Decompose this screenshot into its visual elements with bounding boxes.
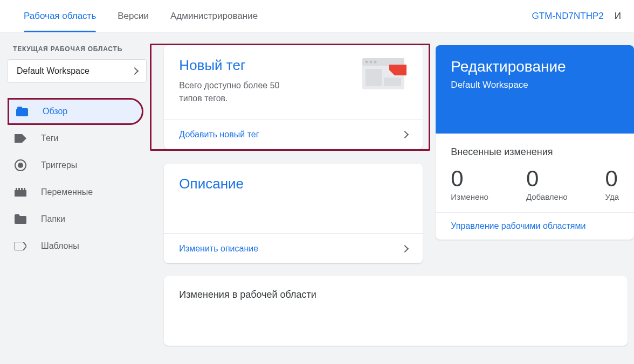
svg-rect-4 <box>16 188 17 190</box>
overview-icon <box>16 105 29 118</box>
nav-overview[interactable]: Обзор <box>8 98 143 125</box>
edit-description-label: Изменить описание <box>179 244 258 254</box>
svg-rect-7 <box>24 188 25 190</box>
tag-illustration <box>359 55 408 93</box>
new-tag-card: Новый тег Всего доступно более 50 типов … <box>164 45 423 149</box>
svg-point-2 <box>18 163 23 168</box>
new-tag-subtitle: Всего доступно более 50 типов тегов. <box>179 79 298 105</box>
svg-rect-6 <box>21 188 23 190</box>
workspace-name: Default Workspace <box>17 66 89 76</box>
stat-added-label: Добавлено <box>526 192 568 201</box>
tab-admin[interactable]: Администрирование <box>160 0 268 32</box>
changes-title: Внесенные изменения <box>451 146 619 158</box>
editing-card: Редактирование Default Workspace <box>436 45 634 134</box>
svg-rect-14 <box>384 78 401 86</box>
description-card: Описание Изменить описание <box>164 164 423 263</box>
tab-versions[interactable]: Версии <box>107 0 160 32</box>
stat-deleted-label: Уда <box>605 192 619 201</box>
stat-changed-value: 0 <box>451 167 488 190</box>
svg-rect-3 <box>15 190 26 197</box>
description-title: Описание <box>179 176 408 192</box>
nav-folders[interactable]: Папки <box>8 206 143 233</box>
nav-variables-label: Переменные <box>41 187 93 197</box>
container-id-link[interactable]: GTM-ND7NTHP2 <box>532 11 604 22</box>
edit-description-button[interactable]: Изменить описание <box>164 233 423 263</box>
stat-changed-label: Изменено <box>451 192 488 201</box>
workspace-selector[interactable]: Default Workspace <box>8 59 147 83</box>
editing-subtitle: Default Workspace <box>451 80 619 90</box>
svg-point-10 <box>366 61 368 64</box>
editing-title: Редактирование <box>451 58 619 75</box>
nav-tags-label: Теги <box>41 134 59 143</box>
svg-point-12 <box>374 61 377 64</box>
nav-templates-label: Шаблоны <box>41 241 79 251</box>
chevron-right-icon <box>131 67 139 75</box>
nav-tags[interactable]: Теги <box>8 125 143 152</box>
nav-triggers-label: Триггеры <box>41 160 77 170</box>
stat-added: 0 Добавлено <box>526 167 568 201</box>
nav-variables[interactable]: Переменные <box>8 179 143 206</box>
svg-point-11 <box>370 61 373 64</box>
stat-deleted: 0 Уда <box>605 167 619 201</box>
nav-triggers[interactable]: Триггеры <box>8 152 143 179</box>
chevron-right-icon <box>401 130 409 138</box>
workspace-label: ТЕКУЩАЯ РАБОЧАЯ ОБЛАСТЬ <box>8 45 153 53</box>
tab-workspace[interactable]: Рабочая область <box>13 0 107 32</box>
sidebar: ТЕКУЩАЯ РАБОЧАЯ ОБЛАСТЬ Default Workspac… <box>0 32 153 359</box>
trigger-icon <box>14 159 27 172</box>
truncated-menu: И <box>615 11 621 22</box>
add-new-tag-label: Добавить новый тег <box>179 130 259 139</box>
highlighted-new-tag-area: Новый тег Всего доступно более 50 типов … <box>150 44 430 151</box>
add-new-tag-button[interactable]: Добавить новый тег <box>164 119 423 149</box>
nav-templates[interactable]: Шаблоны <box>8 233 143 260</box>
changes-card: Внесенные изменения 0 Изменено 0 Добавле… <box>436 134 634 240</box>
svg-rect-0 <box>16 109 28 116</box>
stat-deleted-value: 0 <box>605 167 619 190</box>
svg-rect-5 <box>18 188 20 190</box>
nav-folders-label: Папки <box>41 214 65 224</box>
variable-icon <box>14 186 27 199</box>
manage-workspaces-link[interactable]: Управление рабочими областями <box>451 221 585 230</box>
svg-rect-13 <box>366 69 382 86</box>
chevron-right-icon <box>401 244 409 252</box>
tag-icon <box>14 132 27 145</box>
template-icon <box>14 240 27 253</box>
svg-rect-9 <box>362 58 404 66</box>
folder-icon <box>14 213 27 226</box>
top-tabs: Рабочая область Версии Администрирование… <box>0 0 634 32</box>
nav-overview-label: Обзор <box>43 107 67 116</box>
stat-changed: 0 Изменено <box>451 167 488 201</box>
stat-added-value: 0 <box>526 167 568 190</box>
